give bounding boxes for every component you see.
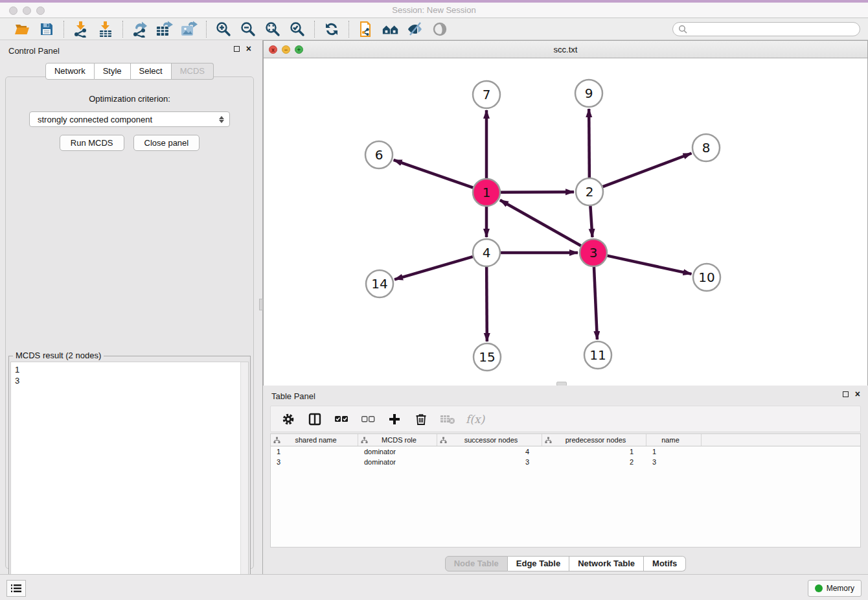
column-header-shared-name[interactable]: shared name: [271, 434, 358, 446]
graph-edge-3-10[interactable]: [607, 256, 691, 274]
zoom-in-icon[interactable]: [214, 20, 233, 38]
tab-node-table[interactable]: Node Table: [445, 556, 508, 571]
graph-edge-1-2[interactable]: [501, 192, 574, 192]
zoom-fit-icon[interactable]: [264, 20, 282, 38]
zoom-selected-icon[interactable]: [288, 20, 306, 38]
control-panel: Control Panel × Network Style Select MCD…: [0, 40, 259, 574]
titlebar-accent-strip: [0, 0, 868, 3]
unselect-all-icon[interactable]: [360, 411, 376, 428]
os-titlebar: Session: New Session: [0, 0, 868, 18]
cell-1-2[interactable]: 3: [437, 458, 542, 466]
graph-edge-2-3[interactable]: [590, 206, 592, 237]
network-window-titlebar: x − + scc.txt: [264, 41, 867, 58]
graph-node-label-3: 3: [589, 245, 598, 260]
add-column-icon[interactable]: [386, 411, 403, 428]
refresh-layout-icon[interactable]: [323, 20, 341, 38]
hide-selected-icon[interactable]: [406, 20, 424, 38]
memory-button[interactable]: Memory: [808, 580, 862, 597]
settings-gear-icon[interactable]: [280, 411, 297, 428]
graph-edge-2-8[interactable]: [603, 153, 692, 187]
export-image-icon[interactable]: [180, 20, 198, 38]
mcds-tab-content: Optimization criterion: strongly connect…: [5, 76, 254, 569]
graph-edge-3-1[interactable]: [500, 200, 581, 246]
graph-node-label-2: 2: [586, 184, 594, 200]
cell-1-1[interactable]: dominator: [358, 458, 437, 466]
network-window-title: scc.txt: [264, 45, 867, 54]
cell-1-4[interactable]: 3: [646, 458, 702, 466]
cell-0-0[interactable]: 1: [271, 448, 358, 456]
duplicate-network-icon[interactable]: [357, 20, 375, 38]
tab-network-table[interactable]: Network Table: [569, 556, 644, 571]
attribute-tree-icon: [545, 437, 552, 444]
main-toolbar: [0, 18, 868, 40]
cell-1-3[interactable]: 2: [542, 458, 646, 466]
status-bar: Memory: [0, 574, 868, 600]
memory-status-icon: [815, 584, 823, 592]
tab-network[interactable]: Network: [45, 63, 95, 80]
tab-style[interactable]: Style: [95, 63, 131, 80]
table-row-1[interactable]: 3dominator323: [271, 457, 860, 467]
export-network-icon[interactable]: [131, 20, 149, 38]
column-header-MCDS-role[interactable]: MCDS role: [358, 434, 437, 446]
column-header-predecessor-nodes[interactable]: predecessor nodes: [542, 434, 646, 446]
network-view-window: x − + scc.txt 1234678910111415: [263, 40, 868, 386]
cell-1-0[interactable]: 3: [271, 458, 358, 466]
close-panel-button[interactable]: Close panel: [133, 135, 200, 151]
close-panel-icon[interactable]: ×: [246, 46, 251, 52]
float-panel-icon[interactable]: [234, 46, 240, 52]
function-builder-icon: f(x): [466, 413, 485, 426]
mcds-result-group: MCDS result (2 nodes) 1 3: [8, 356, 251, 600]
search-input[interactable]: [691, 25, 854, 34]
optimization-criterion-label: Optimization criterion:: [6, 94, 253, 104]
result-scrollbar[interactable]: [240, 362, 248, 598]
graph-node-label-15: 15: [479, 349, 495, 365]
control-panel-tabs: Network Style Select MCDS: [0, 63, 259, 80]
save-icon[interactable]: [38, 20, 56, 38]
column-header-successor-nodes[interactable]: successor nodes: [437, 434, 542, 446]
mcds-result-title: MCDS result (2 nodes): [13, 351, 104, 360]
import-table-icon[interactable]: [97, 20, 115, 38]
graph-node-label-1: 1: [483, 185, 491, 200]
list-icon: [10, 583, 22, 594]
tab-select[interactable]: Select: [131, 63, 172, 80]
tab-motifs[interactable]: Motifs: [644, 556, 686, 571]
open-folder-icon[interactable]: [13, 20, 31, 38]
cell-0-4[interactable]: 1: [646, 448, 702, 456]
mcds-result-list[interactable]: 1 3: [11, 362, 240, 598]
zoom-out-icon[interactable]: [239, 20, 257, 38]
graph-edge-2-9[interactable]: [589, 109, 589, 178]
close-table-panel-icon[interactable]: ×: [855, 391, 860, 397]
tab-mcds[interactable]: MCDS: [172, 63, 214, 80]
memory-label: Memory: [827, 584, 854, 593]
graph-edge-3-11[interactable]: [594, 267, 597, 340]
show-all-icon[interactable]: [431, 20, 449, 38]
task-history-button[interactable]: [6, 580, 26, 597]
table-header-row: shared nameMCDS rolesuccessor nodesprede…: [271, 434, 860, 446]
delete-column-icon[interactable]: [413, 411, 429, 428]
graph-edge-4-14[interactable]: [394, 257, 473, 279]
select-all-icon[interactable]: [333, 411, 350, 428]
column-layout-icon[interactable]: [306, 411, 323, 428]
neighborhood-icon[interactable]: [382, 20, 400, 38]
export-table-icon[interactable]: [155, 20, 174, 38]
table-row-0[interactable]: 1dominator411: [271, 446, 860, 457]
graph-edge-1-6[interactable]: [394, 160, 474, 188]
network-canvas[interactable]: 1234678910111415: [264, 58, 867, 386]
graph-node-label-8: 8: [702, 140, 711, 156]
node-table[interactable]: shared nameMCDS rolesuccessor nodesprede…: [270, 433, 861, 548]
run-mcds-button[interactable]: Run MCDS: [60, 135, 124, 151]
cell-0-2[interactable]: 4: [437, 448, 542, 456]
graph-edge-4-15[interactable]: [486, 267, 487, 341]
dropdown-stepper-icon: [219, 116, 224, 123]
cell-0-3[interactable]: 1: [542, 448, 646, 456]
column-header-name[interactable]: name: [646, 434, 702, 446]
criterion-dropdown[interactable]: strongly connected component: [29, 111, 230, 127]
cell-0-1[interactable]: dominator: [358, 448, 437, 456]
search-icon: [678, 25, 687, 34]
float-table-panel-icon[interactable]: [843, 391, 849, 397]
graph-node-label-10: 10: [698, 270, 714, 285]
import-network-icon[interactable]: [72, 20, 90, 38]
attribute-tree-icon: [440, 437, 447, 444]
search-field[interactable]: [672, 22, 860, 36]
tab-edge-table[interactable]: Edge Table: [508, 556, 569, 571]
